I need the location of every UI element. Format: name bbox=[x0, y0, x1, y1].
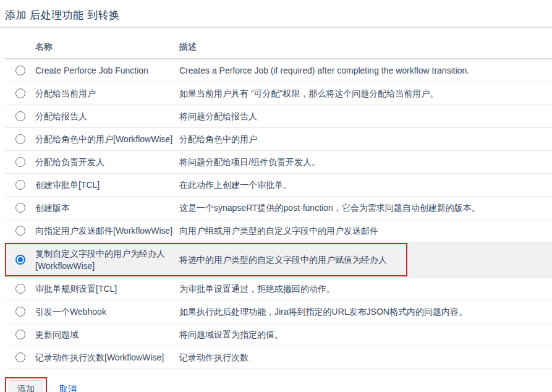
radio-button[interactable] bbox=[15, 157, 25, 167]
function-name: Create Perforce Job Function bbox=[35, 59, 179, 82]
column-header-description: 描述 bbox=[179, 41, 552, 53]
radio-button[interactable] bbox=[15, 284, 25, 294]
radio-button[interactable] bbox=[15, 203, 25, 213]
table-row[interactable]: Create Perforce Job FunctionCreates a Pe… bbox=[5, 59, 552, 82]
radio-cell bbox=[5, 111, 35, 121]
radio-cell bbox=[5, 307, 35, 317]
function-description: Creates a Perforce Job (if required) aft… bbox=[179, 59, 552, 82]
column-header-name: 名称 bbox=[35, 41, 179, 53]
radio-button[interactable] bbox=[15, 226, 25, 236]
add-button-annotation-box: 添加 bbox=[5, 377, 47, 392]
radio-button[interactable] bbox=[15, 307, 25, 317]
function-name: 记录动作执行次数[WorkflowWise] bbox=[35, 346, 179, 369]
page-header: 添加 后处理功能 到转换 bbox=[0, 0, 552, 28]
function-name: 引发一个Webhook bbox=[35, 300, 179, 323]
table-row[interactable]: 复制自定义字段中的用户为经办人[WorkflowWise]将选中的用户类型的自定… bbox=[5, 242, 552, 278]
table-row[interactable]: 分配给当前用户如果当前用户具有 “可分配”权限，那么将这个问题分配给当前用户。 bbox=[5, 82, 552, 105]
function-description: 为审批单设置通过，拒绝或撤回的动作。 bbox=[179, 278, 552, 300]
function-name: 复制自定义字段中的用户为经办人[WorkflowWise] bbox=[35, 242, 179, 277]
radio-cell bbox=[5, 330, 35, 339]
radio-cell bbox=[5, 134, 35, 144]
table-row[interactable]: 向指定用户发送邮件[WorkflowWise]向用户组或用户类型的自定义字段中的… bbox=[5, 219, 552, 242]
radio-button[interactable] bbox=[15, 180, 25, 190]
function-description: 分配给角色中的用户 bbox=[179, 128, 552, 150]
function-description: 如果当前用户具有 “可分配”权限，那么将这个问题分配给当前用户。 bbox=[179, 82, 552, 104]
radio-cell bbox=[5, 88, 35, 98]
radio-button[interactable] bbox=[15, 330, 25, 339]
table-row[interactable]: 创建版本这是一个synapseRT提供的post-function，它会为需求问… bbox=[5, 197, 552, 219]
table-row[interactable]: 审批单规则设置[TCL]为审批单设置通过，拒绝或撤回的动作。 bbox=[5, 278, 552, 300]
function-name: 向指定用户发送邮件[WorkflowWise] bbox=[35, 219, 179, 242]
table-row[interactable]: 创建审批单[TCL]在此动作上创建一个审批单。 bbox=[5, 174, 552, 197]
radio-button[interactable] bbox=[15, 111, 25, 121]
function-description: 如果执行此后处理功能，Jira将到指定的URL发布JSON格式内的问题内容。 bbox=[179, 300, 552, 323]
function-description: 将问题分配给项目/组件负责开发人。 bbox=[179, 151, 552, 173]
table-row[interactable]: 记录动作执行次数[WorkflowWise]记录动作执行次数 bbox=[5, 346, 552, 369]
table-row[interactable]: 分配给负责开发人将问题分配给项目/组件负责开发人。 bbox=[5, 151, 552, 174]
radio-cell bbox=[5, 66, 35, 75]
function-name: 更新问题域 bbox=[35, 323, 179, 346]
radio-cell bbox=[5, 226, 35, 236]
function-description: 这是一个synapseRT提供的post-function，它会为需求问题自动创… bbox=[179, 197, 552, 219]
radio-button[interactable] bbox=[15, 352, 25, 362]
function-name: 分配给负责开发人 bbox=[35, 151, 179, 173]
function-description: 将选中的用户类型的自定义字段中的用户赋值为经办人 bbox=[179, 249, 552, 271]
radio-cell bbox=[5, 255, 35, 265]
function-description: 将问题域设置为指定的值。 bbox=[179, 323, 552, 346]
radio-button[interactable] bbox=[15, 134, 25, 144]
table-row[interactable]: 分配给报告人将问题分配给报告人 bbox=[5, 105, 552, 128]
function-name: 创建版本 bbox=[35, 197, 179, 219]
function-name: 创建审批单[TCL] bbox=[35, 174, 179, 196]
function-name: 分配给当前用户 bbox=[35, 82, 179, 104]
radio-button[interactable] bbox=[15, 66, 25, 75]
table-row[interactable]: 更新问题域将问题域设置为指定的值。 bbox=[5, 323, 552, 346]
function-name: 分配给角色中的用户[WorkflowWise] bbox=[35, 128, 179, 150]
function-name: 分配给报告人 bbox=[35, 105, 179, 127]
radio-button[interactable] bbox=[15, 88, 25, 98]
radio-cell bbox=[5, 284, 35, 294]
table-header-row: 名称 描述 bbox=[5, 28, 552, 59]
function-description: 记录动作执行次数 bbox=[179, 346, 552, 369]
page-title: 添加 后处理功能 到转换 bbox=[5, 8, 552, 22]
table-body: Create Perforce Job FunctionCreates a Pe… bbox=[5, 59, 552, 369]
radio-button-selected[interactable] bbox=[15, 255, 25, 265]
function-description: 将问题分配给报告人 bbox=[179, 105, 552, 127]
function-name: 审批单规则设置[TCL] bbox=[35, 278, 179, 300]
radio-cell bbox=[5, 352, 35, 362]
table-row[interactable]: 分配给角色中的用户[WorkflowWise]分配给角色中的用户 bbox=[5, 128, 552, 151]
radio-cell bbox=[5, 157, 35, 167]
footer-actions: 添加 取消 bbox=[5, 377, 552, 392]
cancel-link[interactable]: 取消 bbox=[59, 384, 77, 392]
radio-cell bbox=[5, 180, 35, 190]
add-button[interactable]: 添加 bbox=[9, 380, 43, 392]
function-description: 在此动作上创建一个审批单。 bbox=[179, 174, 552, 196]
table-row[interactable]: 引发一个Webhook如果执行此后处理功能，Jira将到指定的URL发布JSON… bbox=[5, 300, 552, 323]
radio-cell bbox=[5, 203, 35, 213]
post-function-table: 名称 描述 Create Perforce Job FunctionCreate… bbox=[5, 28, 552, 369]
function-description: 向用户组或用户类型的自定义字段中的用户发送邮件 bbox=[179, 219, 552, 242]
